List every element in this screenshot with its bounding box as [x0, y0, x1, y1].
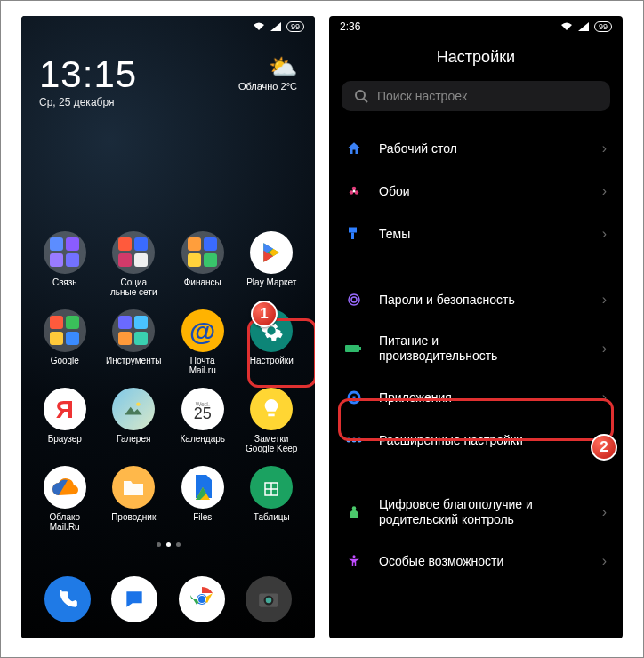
- svg-point-20: [351, 297, 357, 302]
- app-icon: [250, 231, 293, 274]
- chevron-right-icon: ›: [602, 292, 607, 308]
- app-label: Календарь: [181, 434, 225, 444]
- svg-point-24: [347, 438, 351, 443]
- app-label: Проводник: [111, 512, 156, 522]
- app-label: Галерея: [117, 434, 150, 444]
- app-label: Таблицы: [254, 512, 290, 522]
- setting-flower[interactable]: Обои›: [329, 170, 623, 213]
- setting-wellbeing[interactable]: Цифровое благополучие иродительский конт…: [329, 485, 623, 540]
- app-icon: [250, 466, 293, 509]
- app-label: Связь: [52, 277, 77, 287]
- battery-indicator: 99: [594, 21, 612, 32]
- app-label: ПочтаMail.ru: [189, 356, 216, 375]
- svg-point-28: [353, 555, 356, 558]
- app-заметки[interactable]: ЗаметкиGoogle Keep: [239, 388, 305, 461]
- app-label: Социальные сети: [110, 277, 157, 297]
- weather-widget[interactable]: ⛅ Облачно 2°C: [238, 53, 297, 108]
- app-icon: [112, 466, 155, 509]
- chevron-right-icon: ›: [602, 389, 607, 405]
- app-icon: [112, 231, 155, 274]
- app-label: Финансы: [184, 277, 221, 287]
- signal-icon: [578, 22, 589, 31]
- svg-rect-21: [345, 345, 359, 352]
- app-icon: [181, 231, 224, 274]
- app-label: Files: [193, 512, 212, 522]
- search-input[interactable]: Поиск настроек: [342, 81, 610, 111]
- accessibility-icon: [345, 552, 363, 570]
- app-таблицы[interactable]: Таблицы: [239, 466, 305, 539]
- svg-line-12: [364, 99, 367, 102]
- setting-home[interactable]: Рабочий стол›: [329, 127, 623, 170]
- svg-point-11: [356, 91, 365, 100]
- chevron-right-icon: ›: [602, 504, 607, 520]
- dock-chrome[interactable]: [179, 576, 225, 622]
- search-icon: [354, 89, 368, 103]
- setting-dots[interactable]: Расширенные настройки›: [329, 419, 623, 461]
- search-placeholder: Поиск настроек: [377, 89, 467, 103]
- setting-label: Пароли и безопасность: [379, 293, 586, 308]
- app-google[interactable]: Google: [32, 309, 98, 382]
- app-связь[interactable]: Связь: [32, 231, 98, 304]
- app-проводник[interactable]: Проводник: [101, 466, 167, 539]
- app-финансы[interactable]: Финансы: [170, 231, 236, 304]
- setting-battery[interactable]: Питание ипроизводительность›: [329, 321, 623, 376]
- app-облако[interactable]: ОблакоMail.Ru: [32, 466, 98, 539]
- app-социа[interactable]: Социальные сети: [101, 231, 167, 304]
- app-label: ЗаметкиGoogle Keep: [246, 434, 297, 453]
- app-icon: [44, 309, 86, 352]
- page-title: Настройки: [329, 37, 623, 81]
- setting-label: Рабочий стол: [379, 141, 586, 156]
- chevron-right-icon: ›: [602, 140, 607, 156]
- home-icon: [345, 140, 363, 157]
- app-icon: [44, 466, 86, 509]
- dots-icon: [345, 431, 363, 449]
- app-галерея[interactable]: Галерея: [101, 388, 167, 461]
- app-icon: [250, 388, 293, 430]
- app-настройки[interactable]: Настройки: [239, 309, 305, 382]
- app-icon: [250, 309, 293, 352]
- battery-icon: [345, 340, 363, 357]
- setting-accessibility[interactable]: Особые возможности›: [329, 540, 623, 582]
- app-files[interactable]: Files: [170, 466, 236, 539]
- app-браузер[interactable]: ЯБраузер: [32, 388, 98, 461]
- fingerprint-icon: [345, 291, 363, 309]
- clock-date[interactable]: Ср, 25 декабря: [39, 96, 137, 108]
- app-play-маркет[interactable]: Play Маркет: [239, 231, 305, 304]
- app-icon: Я: [44, 388, 86, 430]
- svg-point-19: [349, 294, 359, 305]
- setting-label: Приложения: [379, 390, 586, 405]
- chevron-right-icon: ›: [602, 432, 607, 448]
- app-инструменты[interactable]: Инструменты: [101, 309, 167, 382]
- svg-rect-18: [351, 233, 354, 240]
- weather-icon: ⛅: [238, 53, 297, 81]
- setting-label: Особые возможности: [379, 554, 586, 569]
- wifi-icon: [560, 22, 573, 31]
- dock-phone[interactable]: [44, 576, 91, 622]
- wellbeing-icon: [345, 503, 363, 521]
- status-time: 2:36: [340, 20, 360, 33]
- page-indicator: [21, 539, 315, 550]
- app-label: Google: [51, 356, 79, 365]
- wifi-icon: [253, 22, 265, 31]
- brush-icon: [345, 225, 363, 243]
- setting-label: Обои: [379, 184, 586, 199]
- setting-brush[interactable]: Темы›: [329, 213, 623, 255]
- svg-point-10: [266, 598, 272, 604]
- app-календарь[interactable]: Wed.25Календарь: [170, 388, 236, 461]
- svg-point-7: [198, 596, 205, 603]
- setting-fingerprint[interactable]: Пароли и безопасность›: [329, 278, 623, 321]
- setting-label: Расширенные настройки: [379, 433, 586, 448]
- svg-rect-22: [359, 347, 361, 350]
- dock-camera[interactable]: [246, 576, 292, 622]
- app-почта[interactable]: @ПочтаMail.ru: [170, 309, 236, 382]
- status-bar: 2:36 99: [329, 16, 623, 37]
- svg-point-16: [353, 190, 356, 193]
- svg-point-27: [352, 506, 357, 510]
- clock-time[interactable]: 13:15: [39, 53, 137, 96]
- app-label: Play Маркет: [246, 277, 296, 287]
- dock-messages[interactable]: [111, 576, 157, 622]
- setting-apps[interactable]: Приложения›: [329, 376, 623, 419]
- chevron-right-icon: ›: [602, 183, 607, 199]
- app-label: Браузер: [48, 434, 82, 444]
- app-label: Инструменты: [106, 356, 161, 365]
